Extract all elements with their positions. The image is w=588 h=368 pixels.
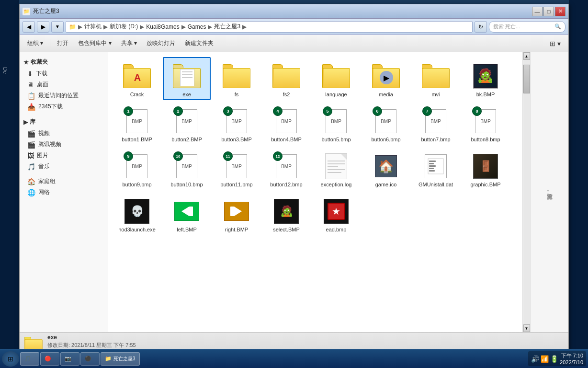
folder-icon-media: ▶ bbox=[372, 62, 400, 91]
sidebar-item-desktop[interactable]: 🖥 桌面 bbox=[20, 79, 108, 90]
file-item-button12[interactable]: 12 BMP button12.bmp bbox=[262, 147, 310, 190]
file-item-left-bmp[interactable]: left.BMP bbox=[163, 192, 211, 235]
scroll-track[interactable] bbox=[523, 60, 530, 324]
breadcrumb[interactable]: 📁 ▶ 计算机 ▶ 新加卷 (D:) ▶ Kuai8Games ▶ Games … bbox=[66, 21, 473, 33]
file-item-fs[interactable]: fs bbox=[213, 57, 260, 100]
favorites-section: ★ 收藏夹 ⬇ 下载 🖥 桌面 📋 最近访问的位置 📥 2345下载 bbox=[20, 56, 108, 112]
new-folder-button[interactable]: 新建文件夹 bbox=[181, 37, 217, 50]
file-item-button11[interactable]: 11 BMP button11.bmp bbox=[213, 147, 260, 190]
toolbar: 组织 ▾ 打开 包含到库中 ▾ 共享 ▾ 放映幻灯片 新建文件夹 ⊞ ▾ bbox=[20, 35, 568, 52]
file-item-graphic-bmp[interactable]: 🚪 graphic.BMP bbox=[462, 147, 509, 190]
taskbar-app-explorer[interactable]: 📁 死亡之屋3 bbox=[101, 352, 140, 366]
svg-rect-3 bbox=[429, 165, 436, 167]
tray-clock[interactable]: 下午 7:10 2022/7/10 bbox=[560, 352, 583, 365]
file-item-button5[interactable]: 5 BMP button5.bmp bbox=[312, 102, 360, 145]
ico-icon: 🏠 bbox=[372, 152, 400, 181]
tray-icon-2[interactable]: 📶 bbox=[541, 355, 549, 363]
sidebar-item-label: 最近访问的位置 bbox=[38, 92, 79, 100]
file-label: media bbox=[379, 92, 393, 97]
right-edge bbox=[569, 0, 588, 368]
search-bar[interactable]: 搜索 死亡... 🔍 bbox=[489, 21, 565, 33]
open-button[interactable]: 打开 bbox=[53, 37, 72, 50]
file-label: button12.bmp bbox=[270, 182, 302, 187]
window-title: 死亡之屋3 bbox=[33, 7, 532, 15]
sidebar: ★ 收藏夹 ⬇ 下载 🖥 桌面 📋 最近访问的位置 📥 2345下载 bbox=[20, 52, 108, 332]
taskbar-app-music[interactable]: 🎵 bbox=[20, 352, 39, 366]
file-item-button9[interactable]: 9 BMP button9.bmp bbox=[113, 147, 161, 190]
scroll-down-button[interactable]: ▼ bbox=[523, 324, 530, 332]
video-icon: 🎬 bbox=[27, 130, 35, 138]
sidebar-item-label: 音乐 bbox=[38, 162, 50, 171]
file-item-right-bmp[interactable]: right.BMP bbox=[213, 192, 260, 235]
file-label: graphic.BMP bbox=[471, 182, 501, 187]
sidebar-item-download[interactable]: ⬇ 下载 bbox=[20, 68, 108, 79]
file-label: right.BMP bbox=[225, 227, 248, 232]
start-button[interactable]: ⊞ bbox=[2, 351, 19, 367]
tray-icon-1[interactable]: 🔊 bbox=[531, 355, 539, 363]
file-item-select-bmp[interactable]: 🧟 select.BMP bbox=[262, 192, 310, 235]
file-label: fs bbox=[235, 92, 239, 97]
slideshow-button[interactable]: 放映幻灯片 bbox=[143, 37, 179, 50]
sidebar-item-video[interactable]: 🎬 视频 bbox=[20, 128, 108, 139]
sidebar-item-pictures[interactable]: 🖼 图片 bbox=[20, 150, 108, 161]
taskbar: ⊞ 🎵 🔴 📷 ⚫ 📁 死亡之屋3 🔊 📶 🔋 下午 7:10 2022/7/1… bbox=[0, 349, 588, 368]
file-item-hod3launch[interactable]: 💀 hod3launch.exe bbox=[113, 192, 161, 235]
file-item-mvi[interactable]: mvi bbox=[412, 57, 460, 100]
explorer-window: 📁 死亡之屋3 — □ ✕ ◀ ▶ ▼ 📁 ▶ 计算机 ▶ 新加卷 (D:) ▶… bbox=[19, 4, 569, 358]
forward-button[interactable]: ▶ bbox=[37, 21, 49, 33]
file-item-button4[interactable]: 4 BMP button4.BMP bbox=[262, 102, 310, 145]
recent-icon: 📋 bbox=[27, 92, 35, 100]
sidebar-item-network[interactable]: 🌐 网络 bbox=[20, 187, 108, 198]
file-item-language[interactable]: language bbox=[312, 57, 360, 100]
taskbar-app-red[interactable]: 🔴 bbox=[40, 352, 59, 366]
address-bar: ◀ ▶ ▼ 📁 ▶ 计算机 ▶ 新加卷 (D:) ▶ Kuai8Games ▶ … bbox=[20, 19, 568, 35]
file-item-media[interactable]: ▶ media bbox=[362, 57, 410, 100]
file-item-button7[interactable]: 7 BMP button7.bmp bbox=[412, 102, 460, 145]
file-item-button1[interactable]: 1 BMP button1.BMP bbox=[113, 102, 161, 145]
svg-marker-8 bbox=[234, 207, 242, 216]
share-button[interactable]: 共享 ▾ bbox=[117, 37, 141, 50]
refresh-button[interactable]: ↻ bbox=[475, 21, 487, 33]
scroll-thumb[interactable] bbox=[523, 65, 530, 93]
file-item-ead-bmp[interactable]: ★ ead.bmp bbox=[312, 192, 360, 235]
bmp-icon-bk: 🧟 bbox=[471, 62, 500, 91]
minimize-button[interactable]: — bbox=[532, 7, 543, 16]
sidebar-item-tencent-video[interactable]: 🎬 腾讯视频 bbox=[20, 139, 108, 150]
file-item-exe[interactable]: exe bbox=[163, 57, 211, 100]
sidebar-item-label: 图片 bbox=[37, 151, 48, 160]
taskbar-app-camera[interactable]: 📷 bbox=[60, 352, 79, 366]
file-item-bk-bmp[interactable]: 🧟 bk.BMP bbox=[462, 57, 509, 100]
file-item-gmunistall[interactable]: GMUnistall.dat bbox=[412, 147, 460, 190]
file-item-button8[interactable]: 8 BMP button8.bmp bbox=[462, 102, 509, 145]
scroll-up-button[interactable]: ▲ bbox=[523, 52, 530, 60]
scrollbar[interactable]: ▲ ▼ bbox=[522, 52, 530, 332]
file-item-button6[interactable]: 6 BMP button6.bmp bbox=[362, 102, 410, 145]
sidebar-item-2345[interactable]: 📥 2345下载 bbox=[20, 101, 108, 112]
up-button[interactable]: ▼ bbox=[51, 21, 64, 33]
tray-icon-3[interactable]: 🔋 bbox=[550, 355, 558, 363]
file-item-crack[interactable]: A Crack bbox=[113, 57, 161, 100]
file-item-exception-log[interactable]: exception.log bbox=[312, 147, 360, 190]
maximize-button[interactable]: □ bbox=[543, 7, 554, 16]
file-label: bk.BMP bbox=[476, 92, 495, 97]
view-options-button[interactable]: ⊞ ▾ bbox=[546, 37, 565, 50]
close-button[interactable]: ✕ bbox=[555, 7, 565, 16]
sidebar-item-recent[interactable]: 📋 最近访问的位置 bbox=[20, 90, 108, 101]
file-item-button3[interactable]: 3 BMP button3.BMP bbox=[213, 102, 260, 145]
file-grid: A Crack bbox=[108, 52, 522, 332]
include-library-button[interactable]: 包含到库中 ▾ bbox=[74, 37, 115, 50]
file-label: left.BMP bbox=[177, 227, 197, 232]
folder-icon-exe bbox=[172, 62, 201, 91]
file-item-fs2[interactable]: fs2 bbox=[262, 57, 310, 100]
back-button[interactable]: ◀ bbox=[23, 21, 35, 33]
sidebar-item-homegroup[interactable]: 🏠 家庭组 bbox=[20, 176, 108, 187]
sidebar-item-music[interactable]: 🎵 音乐 bbox=[20, 161, 108, 172]
file-item-game-ico[interactable]: 🏠 game.ico bbox=[362, 147, 410, 190]
left-edge-text: De bbox=[2, 67, 8, 74]
organize-button[interactable]: 组织 ▾ bbox=[23, 37, 47, 50]
file-item-button2[interactable]: 2 BMP button2.BMP bbox=[163, 102, 211, 145]
bmp-icon-button5: 5 BMP bbox=[322, 107, 351, 136]
file-label: button6.bmp bbox=[371, 137, 400, 142]
taskbar-app-obsstudio[interactable]: ⚫ bbox=[80, 352, 100, 366]
file-item-button10[interactable]: 10 BMP button10.bmp bbox=[163, 147, 211, 190]
